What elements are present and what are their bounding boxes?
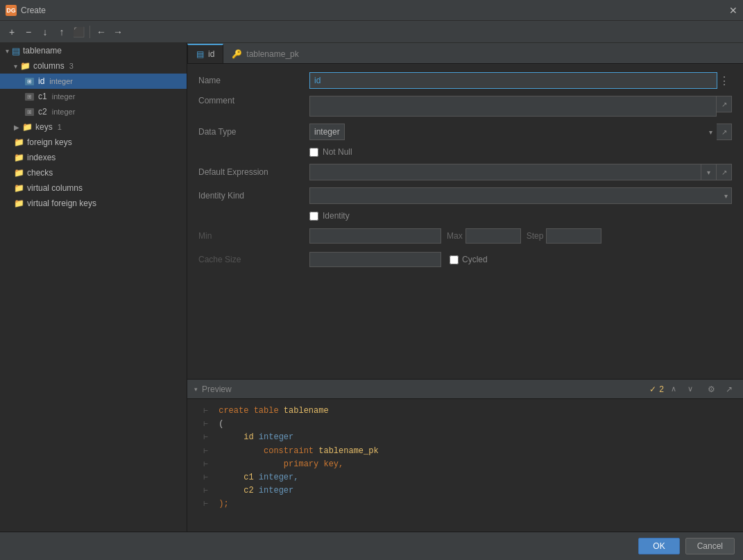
- step-label: Step: [527, 231, 544, 241]
- code-line-2: ⊢ (: [197, 418, 733, 431]
- default-expression-input[interactable]: [309, 164, 701, 180]
- tree-item-indexes[interactable]: 📁 indexes: [0, 150, 187, 165]
- tab-table-icon: ▤: [196, 49, 204, 59]
- expand-arrow-tablename: ▾: [6, 47, 9, 55]
- tab-id-label: id: [208, 49, 214, 59]
- forward-button[interactable]: →: [110, 24, 126, 40]
- tree-item-c1[interactable]: ⊞ c1 integer: [0, 89, 187, 104]
- code-create: create: [219, 406, 248, 416]
- tab-id[interactable]: ▤ id: [187, 44, 223, 63]
- code-line-5: ⊢ primary key,: [197, 458, 733, 471]
- warning-number: 2: [659, 384, 664, 394]
- preview-settings-button[interactable]: ⚙: [704, 382, 718, 396]
- tree-item-virtual-columns[interactable]: 📁 virtual columns: [0, 180, 187, 196]
- close-icon[interactable]: ✕: [729, 5, 737, 16]
- data-type-control: integer: [309, 124, 717, 140]
- identity-kind-row: Identity Kind: [198, 187, 732, 204]
- tree-type-c1: integer: [52, 92, 76, 101]
- tab-tablename-pk[interactable]: 🔑 tablename_pk: [223, 44, 307, 63]
- comment-input[interactable]: [309, 96, 717, 117]
- identity-checkbox[interactable]: [309, 212, 318, 221]
- tree-item-keys[interactable]: ▶ 📁 keys 1: [0, 119, 187, 135]
- code-id-type: integer: [259, 432, 293, 442]
- preview-nav-down[interactable]: ∨: [683, 382, 697, 396]
- code-key: key,: [323, 459, 343, 469]
- data-type-expand-button[interactable]: ↗: [717, 124, 732, 140]
- title-bar-left: DG Create: [6, 5, 46, 16]
- not-null-checkbox[interactable]: [309, 148, 318, 157]
- folder-icon-keys: 📁: [22, 122, 33, 132]
- not-null-row: Not Null: [198, 147, 732, 157]
- min-max-step-row: Min Max Step: [198, 228, 732, 244]
- add-button[interactable]: +: [4, 24, 19, 40]
- folder-icon-foreign-keys: 📁: [14, 137, 24, 147]
- tree-item-id[interactable]: ⊞ id integer: [0, 74, 187, 89]
- comment-control: ↗: [309, 96, 732, 117]
- line-num-5: ⊢: [197, 459, 208, 471]
- name-input[interactable]: [309, 72, 717, 89]
- max-label: Max: [447, 231, 463, 241]
- identity-kind-select[interactable]: [309, 187, 732, 204]
- identity-text: Identity: [323, 211, 350, 221]
- move-down-button[interactable]: ↓: [37, 24, 53, 40]
- copy-button[interactable]: ⬛: [71, 24, 86, 40]
- data-type-select[interactable]: integer: [309, 124, 345, 140]
- cache-size-input[interactable]: [309, 252, 441, 267]
- tab-pk-label: tablename_pk: [246, 49, 298, 59]
- column-key-icon-id: ⊞: [25, 78, 34, 85]
- tree-label-virtual-foreign-keys: virtual foreign keys: [27, 198, 96, 208]
- default-expression-control: ▾ ↗: [309, 164, 732, 180]
- tree-label-tablename: tablename: [23, 46, 62, 56]
- content-area: ▾ ▤ tablename ▾ 📁 columns 3 ⊞ id integer…: [0, 43, 743, 532]
- back-button[interactable]: ←: [94, 24, 109, 40]
- name-more-options-button[interactable]: ⋮: [717, 73, 732, 88]
- cache-size-row: Cache Size Cycled: [198, 251, 732, 268]
- data-type-label: Data Type: [198, 127, 309, 137]
- tree-label-checks: checks: [27, 168, 53, 178]
- expand-arrow-columns: ▾: [14, 62, 17, 70]
- preview-collapse-arrow[interactable]: ▾: [194, 386, 198, 393]
- cancel-button[interactable]: Cancel: [685, 538, 735, 554]
- tree-item-checks[interactable]: 📁 checks: [0, 165, 187, 180]
- preview-expand-button[interactable]: ↗: [722, 382, 736, 396]
- comment-expand-button[interactable]: ↗: [717, 96, 732, 112]
- identity-label[interactable]: Identity: [309, 211, 350, 221]
- max-input[interactable]: [466, 228, 521, 244]
- tree-item-virtual-foreign-keys[interactable]: 📁 virtual foreign keys: [0, 196, 187, 211]
- bottom-bar: OK Cancel: [0, 532, 743, 560]
- comment-label: Comment: [198, 96, 309, 105]
- step-input[interactable]: [546, 228, 601, 244]
- preview-nav-up[interactable]: ∧: [667, 382, 681, 396]
- right-panel: ▤ id 🔑 tablename_pk Name ⋮: [187, 43, 743, 532]
- title-bar: DG Create ✕: [0, 0, 743, 21]
- name-label: Name: [198, 76, 309, 85]
- folder-icon-virtual-foreign-keys: 📁: [14, 198, 24, 208]
- folder-icon-virtual-columns: 📁: [14, 183, 24, 193]
- tree-item-c2[interactable]: ⊞ c2 integer: [0, 104, 187, 119]
- tree-type-c2: integer: [52, 108, 76, 116]
- min-input[interactable]: [309, 228, 441, 244]
- code-pk-name: tablename_pk: [318, 446, 378, 456]
- expand-arrow-keys: ▶: [14, 124, 19, 131]
- code-line-7: ⊢ c2 integer: [197, 484, 733, 498]
- cache-size-label: Cache Size: [198, 255, 309, 264]
- tree-item-foreign-keys[interactable]: 📁 foreign keys: [0, 135, 187, 150]
- code-paren-close: );: [219, 499, 228, 509]
- move-up-button[interactable]: ↑: [54, 24, 69, 40]
- code-tablename: tablename: [284, 406, 329, 416]
- app-icon: DG: [6, 5, 17, 16]
- cycled-label[interactable]: Cycled: [450, 255, 488, 264]
- ok-button[interactable]: OK: [638, 538, 679, 554]
- tree-panel: ▾ ▤ tablename ▾ 📁 columns 3 ⊞ id integer…: [0, 43, 187, 532]
- tree-item-columns[interactable]: ▾ 📁 columns 3: [0, 58, 187, 74]
- code-line-4: ⊢ constraint tablename_pk: [197, 445, 733, 458]
- code-line-3: ⊢ id integer: [197, 431, 733, 444]
- not-null-label[interactable]: Not Null: [309, 147, 352, 157]
- code-paren-open: (: [219, 419, 223, 429]
- remove-button[interactable]: −: [21, 24, 36, 40]
- cycled-checkbox[interactable]: [450, 255, 459, 264]
- code-constraint: constraint: [264, 446, 314, 456]
- tree-item-tablename[interactable]: ▾ ▤ tablename: [0, 43, 187, 58]
- default-expression-more-button[interactable]: ↗: [717, 164, 732, 180]
- default-expression-expand-button[interactable]: ▾: [701, 164, 717, 180]
